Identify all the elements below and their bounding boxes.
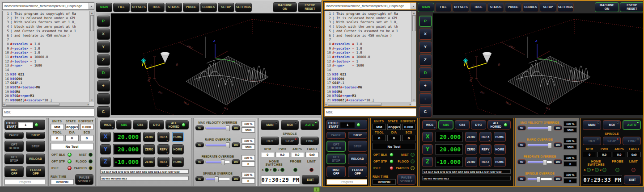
cycle-start-button[interactable]: CYCLESTART 1 bbox=[326, 120, 367, 130]
side-button-p[interactable]: P bbox=[419, 16, 432, 27]
side-button-p[interactable]: P bbox=[97, 16, 110, 27]
spindle-slider[interactable] bbox=[205, 178, 230, 180]
home-y-button[interactable]: HOME bbox=[172, 144, 184, 154]
side-button-y[interactable]: Y bbox=[419, 42, 432, 53]
override-min-button[interactable]: 50 bbox=[517, 142, 526, 147]
override-max-button[interactable]: 100 bbox=[232, 159, 240, 164]
vertical-scrollbar[interactable]: ▲ ▼ bbox=[411, 11, 416, 102]
axis-x-button[interactable]: X bbox=[422, 132, 433, 142]
auto-button[interactable]: AUTO bbox=[301, 120, 319, 130]
rapid-slider[interactable] bbox=[527, 144, 552, 146]
side-button-z[interactable]: Z bbox=[419, 54, 432, 66]
gcode-editor[interactable]: 1( This program is copyright of Ra2( It … bbox=[2, 11, 94, 107]
side-button-d[interactable]: D bbox=[419, 67, 432, 79]
tab-gcodes[interactable]: GCODES bbox=[200, 3, 217, 12]
reload-button[interactable]: RELOAD bbox=[26, 154, 45, 165]
side-button-x[interactable]: X bbox=[97, 29, 110, 40]
scroll-thumb[interactable] bbox=[90, 15, 94, 31]
all-homed-button[interactable]: ALLHOMED bbox=[165, 120, 189, 129]
refx-button[interactable]: REFX▼ bbox=[479, 132, 491, 142]
auto-button[interactable]: AUTO bbox=[623, 120, 641, 130]
mdi-button[interactable]: MDI bbox=[281, 120, 299, 130]
refz-button[interactable]: REFZ▼ bbox=[479, 157, 491, 167]
flood-off-button[interactable]: FLOODOFF bbox=[26, 166, 45, 177]
override-min-button[interactable]: 50 bbox=[195, 142, 204, 147]
feedrate-slider[interactable] bbox=[527, 161, 552, 163]
mist-off-button[interactable]: MISTOFF bbox=[326, 166, 346, 177]
g54-button[interactable]: G54 bbox=[133, 120, 148, 129]
opt-stop-button[interactable]: OPTSTOP bbox=[4, 154, 24, 165]
step-button[interactable]: STEP bbox=[26, 141, 45, 152]
wcs-button[interactable]: WCS▼ bbox=[100, 120, 115, 129]
all-homed-button[interactable]: ALLHOMED bbox=[487, 120, 511, 129]
abs-button[interactable]: ABS bbox=[438, 120, 453, 129]
tab-probe[interactable]: PROBE bbox=[505, 3, 521, 12]
override-max-button[interactable]: 100 bbox=[554, 125, 562, 130]
pause-spindle-button[interactable]: PAUSESPINDLE bbox=[397, 174, 415, 185]
tab-gcodes[interactable]: GCODES bbox=[522, 3, 539, 12]
flood-off-button[interactable]: FLOODOFF bbox=[348, 166, 367, 177]
estop-reset-button[interactable]: ESTOPRESET bbox=[298, 2, 322, 12]
abs-button[interactable]: ABS bbox=[116, 120, 131, 129]
side-button-minus[interactable]: - bbox=[97, 93, 110, 104]
tab-tool[interactable]: TOOL bbox=[148, 3, 165, 12]
man-button[interactable]: MAN bbox=[261, 120, 279, 130]
gcode-preview[interactable] bbox=[433, 13, 643, 115]
home-z-button[interactable]: HOME bbox=[494, 157, 506, 167]
exit-button[interactable]: EXIT bbox=[624, 175, 641, 184]
dtg-button[interactable]: DTG bbox=[471, 120, 486, 129]
spindle-stop-button[interactable]: STOP bbox=[281, 137, 299, 145]
override-max-button[interactable]: 100 bbox=[554, 142, 562, 147]
slider-handle[interactable] bbox=[537, 176, 541, 182]
side-button-y[interactable]: Y bbox=[97, 42, 110, 53]
zero-y-button[interactable]: ZERO bbox=[465, 144, 477, 154]
scroll-right-icon[interactable]: ► bbox=[409, 103, 411, 106]
tab-main[interactable]: MAIN bbox=[96, 3, 112, 12]
slider-handle[interactable] bbox=[548, 142, 552, 148]
axis-y-button[interactable]: Y bbox=[100, 144, 111, 154]
tab-file[interactable]: FILE bbox=[113, 3, 130, 12]
tab-main[interactable]: MAIN bbox=[418, 3, 434, 12]
refy-button[interactable]: REFY▼ bbox=[157, 144, 169, 154]
scroll-thumb[interactable] bbox=[412, 15, 416, 31]
pause-spindle-button[interactable]: PAUSESPINDLE bbox=[75, 174, 93, 185]
max-velocity-slider[interactable] bbox=[205, 127, 230, 129]
spindle-fwd-button[interactable]: FWD bbox=[301, 137, 319, 145]
zero-x-button[interactable]: ZERO bbox=[465, 132, 477, 142]
man-button[interactable]: MAN bbox=[583, 120, 601, 130]
machine-on-button[interactable]: MACHINEON bbox=[595, 2, 619, 12]
tab-settings[interactable]: SETTINGS bbox=[235, 3, 252, 12]
override-max-button[interactable]: 100 bbox=[232, 176, 240, 181]
slider-handle[interactable] bbox=[548, 125, 552, 131]
override-max-button[interactable]: 100 bbox=[554, 176, 562, 181]
side-button-d[interactable]: D bbox=[97, 67, 110, 79]
refy-button[interactable]: REFY▼ bbox=[479, 144, 491, 154]
override-min-button[interactable]: 50 bbox=[517, 176, 526, 181]
tab-setup[interactable]: SETUP bbox=[218, 3, 234, 12]
spindle-rev-button[interactable]: REV bbox=[261, 137, 279, 145]
scroll-up-icon[interactable]: ▲ bbox=[413, 11, 415, 15]
cycle-count-spinbox[interactable]: 1 bbox=[18, 122, 33, 128]
axis-x-button[interactable]: X bbox=[100, 132, 111, 142]
override-max-button[interactable]: 100 bbox=[554, 159, 562, 164]
scroll-left-icon[interactable]: ◄ bbox=[325, 103, 327, 106]
tab-tool[interactable]: TOOL bbox=[470, 3, 487, 12]
gcode-editor[interactable]: 1( This program is copyright of Ra2( It … bbox=[324, 11, 416, 107]
axis-y-button[interactable]: Y bbox=[422, 144, 433, 154]
spindle-fwd-button[interactable]: FWD bbox=[623, 137, 641, 145]
rapid-slider[interactable] bbox=[205, 144, 230, 146]
wcs-button[interactable]: WCS▼ bbox=[422, 120, 437, 129]
refx-button[interactable]: REFX▼ bbox=[157, 132, 169, 142]
slider-handle[interactable] bbox=[221, 159, 225, 165]
g54-button[interactable]: G54 bbox=[455, 120, 470, 129]
override-min-button[interactable]: 50 bbox=[195, 176, 204, 181]
home-y-button[interactable]: HOME bbox=[494, 144, 506, 154]
file-path-combo[interactable]: /home/chris/linuxcnc/nc_files/examples/3… bbox=[324, 2, 416, 10]
axis-z-button[interactable]: Z bbox=[100, 157, 111, 167]
zero-x-button[interactable]: ZERO bbox=[143, 132, 155, 142]
feedrate-slider[interactable] bbox=[205, 161, 230, 163]
slider-handle[interactable] bbox=[226, 125, 230, 131]
zero-z-button[interactable]: ZERO bbox=[465, 157, 477, 167]
cycle-start-button[interactable]: CYCLESTART 1 bbox=[4, 120, 45, 130]
override-min-button[interactable]: 50 bbox=[195, 125, 204, 130]
